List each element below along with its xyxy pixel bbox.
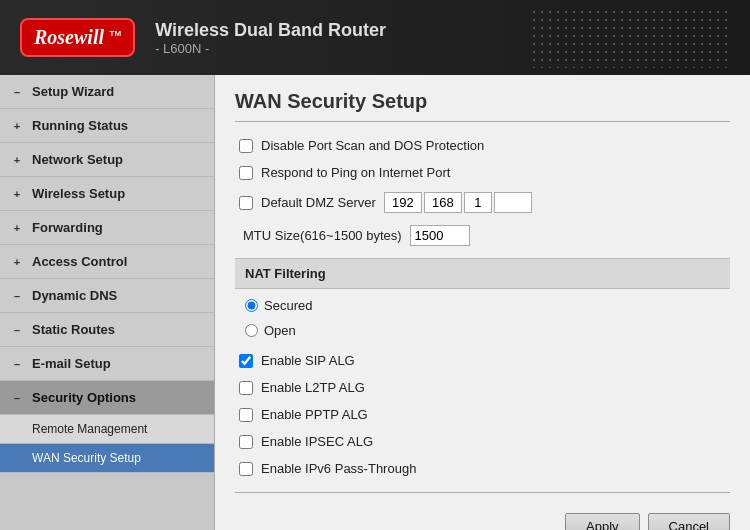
header-text: Wireless Dual Band Router - L600N - (155, 20, 386, 56)
enable-sip-checkbox[interactable] (239, 354, 253, 368)
dmz-octet-2[interactable] (424, 192, 462, 213)
respond-ping-checkbox[interactable] (239, 166, 253, 180)
arrow-icon: + (10, 255, 24, 269)
cancel-button[interactable]: Cancel (648, 513, 730, 530)
default-dmz-checkbox[interactable] (239, 196, 253, 210)
sidebar-subitem-wan-security-setup[interactable]: WAN Security Setup (0, 444, 214, 473)
sidebar-label-setup-wizard: Setup Wizard (32, 84, 114, 99)
enable-sip-label[interactable]: Enable SIP ALG (261, 353, 355, 368)
form-row-enable-ipsec: Enable IPSEC ALG (235, 428, 730, 455)
dmz-octet-3[interactable] (464, 192, 492, 213)
sidebar-item-email-setup[interactable]: – E-mail Setup (0, 347, 214, 381)
nat-open-label[interactable]: Open (264, 323, 296, 338)
sidebar-label-dynamic-dns: Dynamic DNS (32, 288, 117, 303)
subitem-label-wan-security-setup: WAN Security Setup (32, 451, 141, 465)
dmz-inputs (384, 192, 532, 213)
form-row-disable-port-scan: Disable Port Scan and DOS Protection (235, 132, 730, 159)
sidebar-item-running-status[interactable]: + Running Status (0, 109, 214, 143)
sidebar-item-security-options[interactable]: – Security Options (0, 381, 214, 415)
form-row-respond-ping: Respond to Ping on Internet Port (235, 159, 730, 186)
arrow-icon: – (10, 289, 24, 303)
logo-area: Rosewill Wireless Dual Band Router - L60… (20, 18, 386, 57)
sidebar-label-email-setup: E-mail Setup (32, 356, 111, 371)
arrow-icon: + (10, 119, 24, 133)
nat-row-secured: Secured (235, 293, 730, 318)
enable-ipv6-checkbox[interactable] (239, 462, 253, 476)
arrow-icon: + (10, 153, 24, 167)
form-row-enable-ipv6: Enable IPv6 Pass-Through (235, 455, 730, 482)
sidebar-item-access-control[interactable]: + Access Control (0, 245, 214, 279)
respond-ping-label[interactable]: Respond to Ping on Internet Port (261, 165, 450, 180)
sidebar-item-forwarding[interactable]: + Forwarding (0, 211, 214, 245)
header: Rosewill Wireless Dual Band Router - L60… (0, 0, 750, 75)
logo: Rosewill (20, 18, 135, 57)
dmz-octet-4[interactable] (494, 192, 532, 213)
sidebar-item-dynamic-dns[interactable]: – Dynamic DNS (0, 279, 214, 313)
nat-options: Secured Open (235, 289, 730, 347)
logo-text: Rosewill (34, 26, 104, 48)
default-dmz-label[interactable]: Default DMZ Server (261, 195, 376, 210)
enable-pptp-checkbox[interactable] (239, 408, 253, 422)
dmz-octet-1[interactable] (384, 192, 422, 213)
enable-pptp-label[interactable]: Enable PPTP ALG (261, 407, 368, 422)
sidebar-label-wireless-setup: Wireless Setup (32, 186, 125, 201)
nat-secured-radio[interactable] (245, 299, 258, 312)
sidebar-item-setup-wizard[interactable]: – Setup Wizard (0, 75, 214, 109)
arrow-icon: + (10, 221, 24, 235)
apply-button[interactable]: Apply (565, 513, 640, 530)
enable-l2tp-label[interactable]: Enable L2TP ALG (261, 380, 365, 395)
enable-ipsec-label[interactable]: Enable IPSEC ALG (261, 434, 373, 449)
body-area: – Setup Wizard + Running Status + Networ… (0, 75, 750, 530)
arrow-icon: – (10, 391, 24, 405)
form-row-enable-sip: Enable SIP ALG (235, 347, 730, 374)
arrow-icon: + (10, 187, 24, 201)
disable-port-scan-checkbox[interactable] (239, 139, 253, 153)
sidebar-item-network-setup[interactable]: + Network Setup (0, 143, 214, 177)
sidebar-label-access-control: Access Control (32, 254, 127, 269)
enable-l2tp-checkbox[interactable] (239, 381, 253, 395)
sidebar-item-static-routes[interactable]: – Static Routes (0, 313, 214, 347)
nat-row-open: Open (235, 318, 730, 343)
sidebar-subitem-remote-management[interactable]: Remote Management (0, 415, 214, 444)
enable-ipsec-checkbox[interactable] (239, 435, 253, 449)
mtu-input[interactable] (410, 225, 470, 246)
header-decoration (530, 8, 730, 68)
form-row-default-dmz: Default DMZ Server (235, 186, 730, 219)
sidebar-item-wireless-setup[interactable]: + Wireless Setup (0, 177, 214, 211)
divider (235, 492, 730, 493)
mtu-row: MTU Size(616~1500 bytes) (235, 219, 730, 252)
sidebar-label-static-routes: Static Routes (32, 322, 115, 337)
arrow-icon: – (10, 357, 24, 371)
disable-port-scan-label[interactable]: Disable Port Scan and DOS Protection (261, 138, 484, 153)
nat-open-radio[interactable] (245, 324, 258, 337)
sidebar: – Setup Wizard + Running Status + Networ… (0, 75, 215, 530)
main-content: WAN Security Setup Disable Port Scan and… (215, 75, 750, 530)
sidebar-label-forwarding: Forwarding (32, 220, 103, 235)
sidebar-label-security-options: Security Options (32, 390, 136, 405)
product-name: Wireless Dual Band Router (155, 20, 386, 41)
form-row-enable-l2tp: Enable L2TP ALG (235, 374, 730, 401)
sidebar-label-network-setup: Network Setup (32, 152, 123, 167)
nat-section-header: NAT Filtering (235, 258, 730, 289)
arrow-icon: – (10, 323, 24, 337)
sidebar-label-running-status: Running Status (32, 118, 128, 133)
model-name: - L600N - (155, 41, 386, 56)
subitem-label-remote-management: Remote Management (32, 422, 147, 436)
button-row: Apply Cancel (235, 503, 730, 530)
form-row-enable-pptp: Enable PPTP ALG (235, 401, 730, 428)
form-section: Disable Port Scan and DOS Protection Res… (235, 132, 730, 530)
nat-secured-label[interactable]: Secured (264, 298, 312, 313)
enable-ipv6-label[interactable]: Enable IPv6 Pass-Through (261, 461, 416, 476)
page-title: WAN Security Setup (235, 90, 730, 122)
arrow-icon: – (10, 85, 24, 99)
mtu-label: MTU Size(616~1500 bytes) (243, 228, 402, 243)
